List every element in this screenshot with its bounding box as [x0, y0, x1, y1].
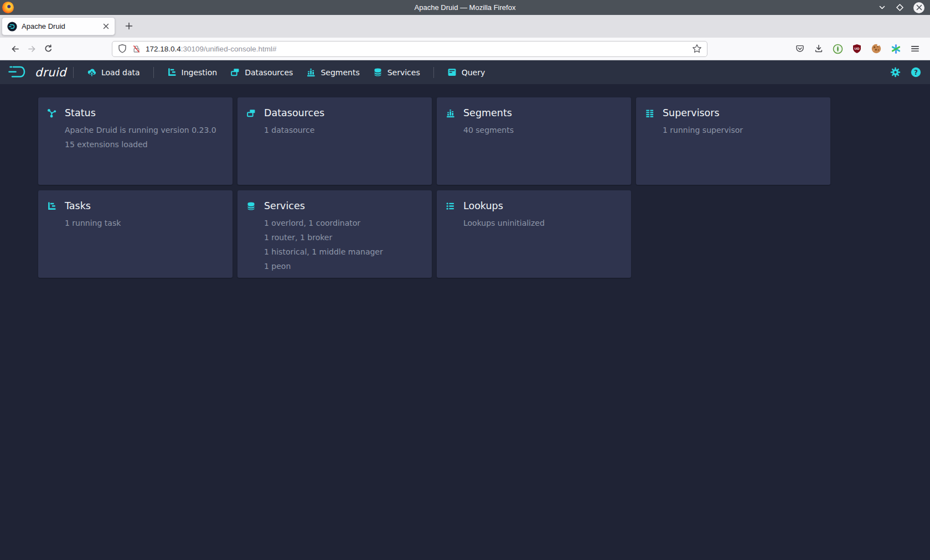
druid-logo[interactable]: druid: [8, 65, 66, 80]
gear-icon: [890, 67, 901, 77]
segment-count-text: 40 segments: [463, 123, 622, 137]
forward-button[interactable]: [23, 40, 40, 57]
nav-item-label: Services: [388, 68, 420, 77]
datasource-count-text: 1 datasource: [264, 123, 423, 137]
pocket-icon[interactable]: [795, 44, 805, 54]
extension-green-circle-icon[interactable]: [833, 44, 843, 54]
url-host: 172.18.0.4: [146, 45, 181, 53]
gantt-chart-icon: [167, 68, 177, 77]
tab-title: Apache Druid: [22, 22, 98, 30]
card-title: Services: [264, 200, 305, 211]
status-version-text: Apache Druid is running version 0.23.0: [65, 123, 224, 137]
card-title: Segments: [463, 107, 512, 118]
settings-button[interactable]: [890, 67, 901, 77]
tracking-protection-shield-icon: [117, 44, 127, 54]
nav-item-segments[interactable]: Segments: [299, 60, 366, 84]
druid-navbar: druid Load data Ingestion Datasources Se…: [0, 60, 930, 84]
nav-item-label: Segments: [321, 68, 359, 77]
nav-item-ingestion[interactable]: Ingestion: [161, 60, 224, 84]
supervisor-count-text: 1 running supervisor: [663, 123, 822, 137]
chevron-down-icon: [878, 3, 886, 12]
toolbar-extensions-area: UO: [795, 43, 923, 54]
status-extensions-text: 15 extensions loaded: [65, 137, 224, 152]
nav-item-query[interactable]: Query: [441, 60, 492, 84]
database-icon: [246, 201, 256, 211]
nav-item-services[interactable]: Services: [366, 60, 427, 84]
datasources-card[interactable]: Datasources 1 datasource: [237, 97, 432, 185]
window-controls: [878, 0, 924, 15]
druid-favicon-icon: [7, 22, 17, 32]
menu-icon[interactable]: [910, 44, 920, 54]
arrow-right-icon: [27, 44, 37, 54]
navbar-right: ?: [890, 67, 921, 77]
back-button[interactable]: [7, 40, 23, 57]
nav-item-load-data[interactable]: Load data: [80, 60, 147, 84]
help-icon: ?: [911, 67, 921, 77]
cloud-upload-icon: [87, 68, 96, 77]
new-tab-button[interactable]: [121, 18, 137, 34]
database-icon: [373, 68, 383, 77]
services-card[interactable]: Services 1 overlord, 1 coordinator 1 rou…: [237, 190, 432, 278]
properties-list-icon: [446, 201, 455, 211]
supervisors-card[interactable]: Supervisors 1 running supervisor: [636, 97, 830, 185]
task-count-text: 1 running task: [65, 216, 224, 230]
segments-card[interactable]: Segments 40 segments: [437, 97, 631, 185]
url-text: 172.18.0.4:30109/unified-console.html#: [146, 45, 688, 53]
card-title: Tasks: [65, 200, 91, 211]
help-button[interactable]: ?: [911, 67, 921, 77]
diamond-icon: [895, 3, 905, 12]
cookie-extension-icon[interactable]: [871, 43, 882, 54]
downloads-icon[interactable]: [814, 44, 824, 54]
card-title: Status: [65, 107, 96, 118]
stacked-panels-icon: [230, 68, 240, 77]
firefox-logo-icon: [2, 2, 14, 13]
window-minimize-button[interactable]: [878, 3, 886, 12]
browser-tab-apache-druid[interactable]: Apache Druid: [2, 17, 115, 35]
window-title: Apache Druid — Mozilla Firefox: [0, 3, 930, 12]
bookmark-star-icon[interactable]: [692, 44, 702, 54]
window-titlebar: Apache Druid — Mozilla Firefox: [0, 0, 930, 15]
nav-item-datasources[interactable]: Datasources: [224, 60, 299, 84]
services-line: 1 peon: [264, 259, 423, 273]
insecure-lock-icon[interactable]: [132, 44, 141, 54]
stacked-panels-icon: [246, 108, 256, 118]
druid-logo-icon: [8, 65, 30, 80]
arrow-left-icon: [10, 44, 20, 54]
nav-item-label: Load data: [101, 68, 140, 77]
lookups-card[interactable]: Lookups Lookups uninitialized: [437, 190, 631, 278]
navbar-divider: [433, 67, 434, 78]
nav-item-label: Ingestion: [182, 68, 218, 77]
tasks-card[interactable]: Tasks 1 running task: [38, 190, 232, 278]
query-window-icon: [447, 68, 457, 77]
url-path: :30109/unified-console.html#: [181, 45, 277, 53]
help-glyph: ?: [914, 69, 918, 76]
asterisk-extension-icon[interactable]: [891, 44, 901, 54]
gantt-chart-icon: [47, 201, 56, 211]
navigation-toolbar: 172.18.0.4:30109/unified-console.html# U…: [0, 38, 930, 60]
card-title: Datasources: [264, 107, 324, 118]
status-card[interactable]: Status Apache Druid is running version 0…: [38, 97, 232, 185]
card-title: Supervisors: [663, 107, 720, 118]
navbar-divider: [153, 67, 154, 78]
list-columns-icon: [645, 108, 654, 118]
reload-button[interactable]: [40, 40, 56, 57]
url-bar[interactable]: 172.18.0.4:30109/unified-console.html#: [112, 41, 707, 57]
tab-close-button[interactable]: [102, 23, 110, 30]
window-close-button[interactable]: [913, 2, 924, 13]
card-title: Lookups: [463, 200, 503, 211]
brand-text: druid: [35, 66, 66, 79]
tab-bar: Apache Druid: [0, 15, 930, 38]
ublock-label: UO: [855, 47, 860, 50]
console-home: Status Apache Druid is running version 0…: [0, 84, 930, 560]
ublock-origin-icon[interactable]: UO: [852, 44, 862, 54]
window-maximize-button[interactable]: [895, 3, 905, 12]
stacked-bars-icon: [446, 108, 455, 118]
plus-icon: [125, 22, 133, 30]
services-line: 1 overlord, 1 coordinator: [264, 216, 423, 230]
nav-item-label: Query: [462, 68, 485, 77]
services-line: 1 historical, 1 middle manager: [264, 245, 423, 259]
graph-icon: [47, 108, 56, 118]
nav-item-label: Datasources: [245, 68, 293, 77]
lookups-status-text: Lookups uninitialized: [463, 216, 622, 230]
home-cards-grid: Status Apache Druid is running version 0…: [0, 84, 930, 278]
